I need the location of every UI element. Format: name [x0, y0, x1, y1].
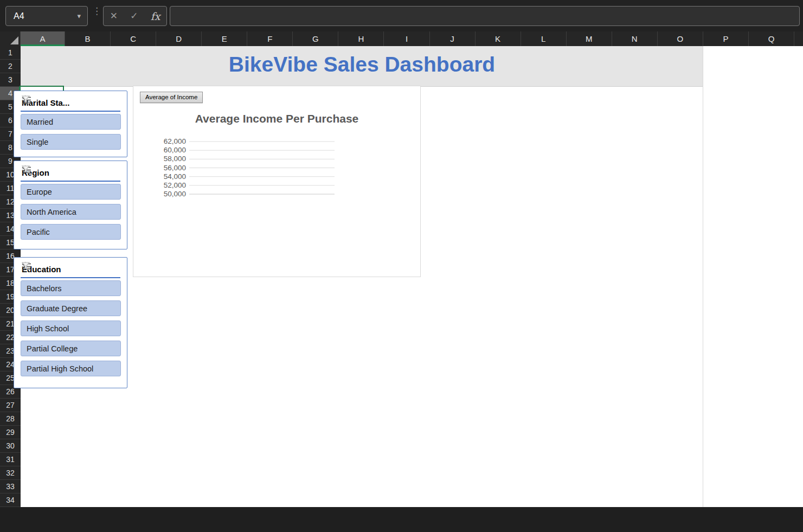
- chevron-down-icon[interactable]: ▾: [77, 12, 81, 20]
- column-header-G[interactable]: G: [293, 31, 338, 46]
- multi-select-icon[interactable]: [93, 166, 107, 179]
- slicer-item-single[interactable]: Single: [21, 134, 121, 150]
- column-header-D[interactable]: D: [156, 31, 202, 46]
- slicer-item-married[interactable]: Married: [21, 114, 121, 130]
- chart-title: Average Income Per Purchase: [133, 112, 420, 125]
- column-header-E[interactable]: E: [202, 31, 247, 46]
- row-header-33[interactable]: 33: [0, 480, 21, 493]
- dashboard-banner: BikeVibe Sales Dashboard: [21, 46, 703, 87]
- y-axis-tick-label: 58,000: [151, 155, 186, 163]
- column-header-A[interactable]: A: [21, 31, 65, 46]
- column-header-H[interactable]: H: [338, 31, 384, 46]
- slicer-item-north-america[interactable]: North America: [21, 204, 121, 220]
- kebab-icon[interactable]: ⋮: [92, 9, 101, 14]
- slicer-title: Region: [22, 168, 93, 177]
- dashboard-title: BikeVibe Sales Dashboard: [21, 53, 703, 76]
- select-all-icon: [10, 36, 18, 44]
- sheet-area: BikeVibe Sales Dashboard Marital Sta...M…: [21, 46, 803, 507]
- formula-bar: A4 ▾ ⋮ ✕ ✓ fx: [0, 0, 803, 31]
- column-header-Q[interactable]: Q: [749, 31, 794, 46]
- slicer-item-bachelors[interactable]: Bachelors: [21, 280, 121, 296]
- select-all-corner[interactable]: [0, 31, 21, 46]
- row-header-29[interactable]: 29: [0, 426, 21, 439]
- column-header-L[interactable]: L: [521, 31, 567, 46]
- row-header-27[interactable]: 27: [0, 399, 21, 412]
- y-axis-tick-label: 50,000: [151, 190, 186, 198]
- slicer-title: Marital Sta...: [22, 98, 93, 107]
- slicer-header: Marital Sta...: [22, 95, 121, 110]
- excel-window: A4 ▾ ⋮ ✕ ✓ fx ABCDEFGHIJKLMNOPQ 12345678…: [0, 0, 803, 532]
- slicer-item-pacific[interactable]: Pacific: [21, 224, 121, 240]
- pivot-field-button[interactable]: Average of Income: [140, 92, 203, 103]
- column-header-M[interactable]: M: [567, 31, 612, 46]
- slicer-header-underline: [21, 277, 120, 278]
- formula-actions: ✕ ✓ fx: [103, 6, 167, 26]
- row-header-34[interactable]: 34: [0, 493, 21, 507]
- column-header-J[interactable]: J: [430, 31, 476, 46]
- slicer-header: Education: [22, 262, 121, 276]
- row-header-31[interactable]: 31: [0, 453, 21, 466]
- y-axis-tick-label: 62,000: [151, 137, 186, 145]
- column-header-F[interactable]: F: [247, 31, 293, 46]
- clear-filter-icon[interactable]: [107, 96, 121, 109]
- slicer-education[interactable]: EducationBachelorsGraduate DegreeHigh Sc…: [14, 257, 127, 388]
- y-axis-tick-label: 54,000: [151, 172, 186, 181]
- slicer-region[interactable]: RegionEuropeNorth AmericaPacific: [14, 161, 127, 249]
- used-range-border: [703, 46, 703, 507]
- y-axis-tick-label: 60,000: [151, 146, 186, 154]
- row-header-30[interactable]: 30: [0, 439, 21, 453]
- column-header-O[interactable]: O: [658, 31, 703, 46]
- row-header-3[interactable]: 3: [0, 73, 21, 87]
- cancel-icon[interactable]: ✕: [110, 10, 118, 22]
- slicer-header-underline: [21, 111, 120, 112]
- slicer-item-graduate-degree[interactable]: Graduate Degree: [21, 300, 121, 316]
- name-box[interactable]: A4 ▾: [5, 6, 88, 26]
- y-axis-tick-label: 56,000: [151, 164, 186, 172]
- column-header-P[interactable]: P: [703, 31, 749, 46]
- clear-filter-icon[interactable]: [107, 166, 121, 179]
- slicer-item-partial-college[interactable]: Partial College: [21, 341, 121, 356]
- column-header-B[interactable]: B: [65, 31, 111, 46]
- row-header-32[interactable]: 32: [0, 466, 21, 480]
- column-header-C[interactable]: C: [111, 31, 156, 46]
- slicer-header-underline: [21, 181, 120, 182]
- enter-icon[interactable]: ✓: [130, 10, 138, 22]
- row-header-2[interactable]: 2: [0, 60, 21, 73]
- multi-select-icon[interactable]: [93, 96, 107, 109]
- row-header-1[interactable]: 1: [0, 46, 21, 60]
- column-header-K[interactable]: K: [476, 31, 521, 46]
- row-header-28[interactable]: 28: [0, 412, 21, 426]
- column-headers: ABCDEFGHIJKLMNOPQ: [0, 31, 803, 46]
- y-axis-tick-label: 52,000: [151, 181, 186, 189]
- slicer-item-europe[interactable]: Europe: [21, 184, 121, 200]
- slicer-header: Region: [22, 165, 121, 180]
- slicer-title: Education: [22, 265, 93, 274]
- clear-filter-icon[interactable]: [107, 262, 121, 275]
- slicer-item-partial-high-school[interactable]: Partial High School: [21, 361, 121, 376]
- formula-input[interactable]: [170, 6, 800, 26]
- slicer-item-high-school[interactable]: High School: [21, 321, 121, 336]
- column-header-N[interactable]: N: [612, 31, 658, 46]
- chart-average-income-per-purchase[interactable]: Average of IncomeAverage Income Per Purc…: [133, 86, 421, 277]
- cell-reference: A4: [14, 11, 77, 21]
- column-header-I[interactable]: I: [384, 31, 429, 46]
- sheet-tab-bar: [0, 507, 803, 532]
- insert-function-icon[interactable]: fx: [151, 10, 160, 22]
- slicer-marital-sta-[interactable]: Marital Sta...MarriedSingle: [14, 91, 127, 157]
- multi-select-icon[interactable]: [93, 262, 107, 275]
